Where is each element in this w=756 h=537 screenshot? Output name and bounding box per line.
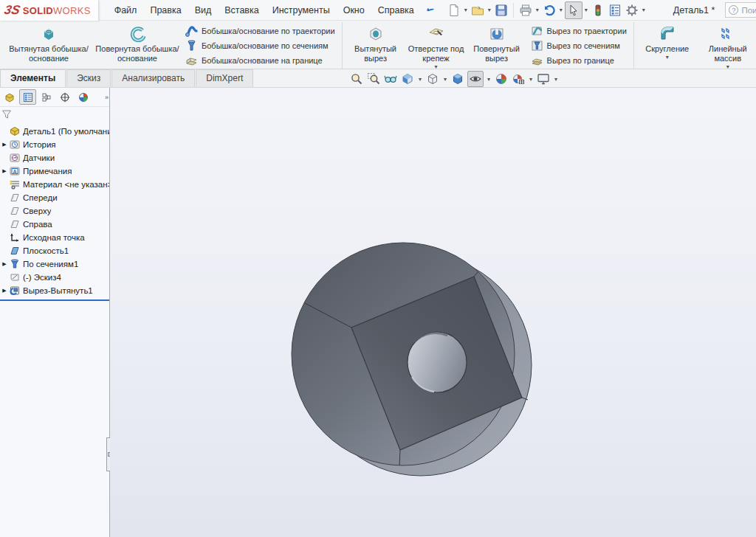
propertymanager-tab[interactable] (38, 89, 55, 105)
featuremanager-panel: » Деталь1 (По умолчанию<<П ▶ История Дат… (0, 88, 110, 537)
displaymanager-tab[interactable] (75, 89, 92, 105)
boundary-cut-button[interactable]: Вырез по границе (529, 54, 629, 67)
tab-sketch[interactable]: Эскиз (66, 69, 111, 87)
tree-item-material[interactable]: Материал <не указан> (0, 178, 109, 191)
caret-down-icon[interactable]: ▾ (487, 76, 490, 83)
panel-expand-chevron-icon[interactable]: » (105, 94, 109, 101)
tree-item-origin[interactable]: Исходная точка (0, 231, 109, 244)
caret-down-icon[interactable]: ▾ (419, 76, 422, 83)
apply-scene-icon (512, 72, 525, 86)
caret-down-icon[interactable]: ▾ (435, 63, 438, 69)
fillet-button[interactable]: Скругление ▾ (639, 24, 696, 68)
caret-down-icon[interactable]: ▾ (642, 7, 645, 13)
open-file-button[interactable] (470, 2, 486, 18)
caret-down-icon[interactable]: ▾ (726, 63, 729, 69)
hide-show-items-button[interactable] (467, 71, 484, 87)
options-button[interactable] (624, 2, 640, 18)
boundary-boss-icon (185, 55, 198, 66)
part-3d-model[interactable] (110, 88, 756, 537)
menu-insert[interactable]: Вставка (219, 2, 264, 18)
swept-boss-button[interactable]: Бобышка/основание по траектории (183, 24, 337, 38)
view-orientation-button[interactable] (425, 72, 440, 86)
zoom-to-fit-button[interactable] (349, 72, 364, 86)
tree-item-right-plane[interactable]: Справа (0, 218, 109, 231)
zoom-to-area-button[interactable] (366, 72, 381, 86)
edit-appearance-icon (495, 72, 508, 86)
view-settings-button[interactable] (536, 72, 551, 86)
caret-down-icon[interactable]: ▾ (488, 7, 491, 13)
print-button[interactable] (518, 2, 534, 18)
tab-dimxpert[interactable]: DimXpert (196, 69, 253, 87)
lofted-cut-button[interactable]: Вырез по сечениям (529, 39, 629, 52)
rebuild-button[interactable] (590, 2, 606, 18)
fillet-icon (659, 26, 676, 42)
settings-gear-icon (625, 4, 639, 17)
section-view-button[interactable] (400, 72, 415, 86)
rollback-bar[interactable] (0, 299, 109, 301)
tree-item-front-plane[interactable]: Спереди (0, 191, 109, 204)
boundary-boss-button[interactable]: Бобышка/основание на границе (183, 54, 337, 67)
solidworks-logo: 3S SOLIDWORKS (0, 0, 98, 21)
caret-down-icon[interactable]: ▾ (560, 7, 563, 13)
menu-help[interactable]: Справка (372, 2, 420, 18)
caret-down-icon[interactable]: ▾ (529, 76, 532, 83)
configurationmanager-tab[interactable] (56, 89, 73, 105)
loft-icon (9, 259, 21, 269)
previous-view-button[interactable] (383, 72, 398, 86)
expand-arrow-icon[interactable]: ▶ (0, 168, 9, 174)
select-cursor-icon (567, 4, 580, 17)
revolved-cut-button[interactable]: Повернутый вырез (468, 24, 526, 68)
new-file-button[interactable] (446, 2, 462, 18)
tree-item-history[interactable]: ▶ История (0, 138, 109, 151)
caret-down-icon[interactable]: ▾ (666, 54, 669, 60)
revolved-boss-button[interactable]: Повернутая бобышка/основание (94, 24, 180, 68)
tree-item-sketch4[interactable]: (-) Эскиз4 (0, 271, 109, 284)
display-style-button[interactable] (450, 72, 465, 86)
undo-button[interactable] (541, 2, 557, 18)
expand-arrow-icon[interactable]: ▶ (0, 288, 9, 294)
options-list-icon (608, 4, 622, 17)
tree-item-top-plane[interactable]: Сверху (0, 204, 109, 218)
tree-item-loft1[interactable]: ▶ По сечениям1 (0, 257, 109, 271)
zoom-to-fit-icon (350, 72, 363, 86)
menu-window[interactable]: Окно (337, 2, 371, 18)
expand-arrow-icon[interactable]: ▶ (0, 261, 9, 267)
tree-item-annotations[interactable]: ▶ A Примечания (0, 164, 109, 178)
apply-scene-button[interactable] (511, 72, 526, 86)
tree-item-part-root[interactable]: Деталь1 (По умолчанию<<П (0, 125, 109, 138)
menu-view[interactable]: Вид (189, 2, 218, 18)
caret-down-icon[interactable]: ▾ (585, 7, 588, 13)
filter-funnel-icon[interactable] (1, 109, 12, 119)
extruded-boss-button[interactable]: Вытянутая бобышка/основание (6, 24, 92, 68)
edit-appearance-button[interactable] (494, 72, 509, 86)
ds-logo-icon: 3S (3, 3, 21, 18)
save-button[interactable] (493, 2, 509, 18)
tree-item-cut-extrude1[interactable]: ▶ Вырез-Вытянуть1 (0, 284, 109, 297)
tab-features[interactable]: Элементы (0, 69, 66, 87)
hole-wizard-button[interactable]: Отверстие под крепеж ▾ (408, 24, 465, 68)
featuremanager-tree-tab[interactable] (19, 89, 36, 105)
tree-item-plane1[interactable]: Плоскость1 (0, 244, 109, 257)
pin-menu-icon[interactable]: ✔ (423, 3, 436, 17)
select-tool-button[interactable] (565, 1, 583, 19)
plane-solid-icon (9, 246, 21, 256)
caret-down-icon[interactable]: ▾ (554, 76, 557, 83)
title-bar: 3S SOLIDWORKS Файл Правка Вид Вставка Ин… (0, 0, 756, 21)
search-input[interactable] (738, 6, 756, 15)
flyout-part-icon (1, 89, 18, 105)
swept-cut-button[interactable]: Вырез по траектории (529, 24, 629, 38)
tab-evaluate[interactable]: Анализировать (111, 69, 195, 87)
lofted-boss-button[interactable]: Бобышка/основание по сечениям (183, 39, 337, 52)
tree-item-sensors[interactable]: Датчики (0, 151, 109, 164)
graphics-area[interactable] (110, 88, 756, 537)
linear-pattern-button[interactable]: Линейный массив ▾ (699, 24, 756, 68)
expand-arrow-icon[interactable]: ▶ (0, 142, 9, 148)
caret-down-icon[interactable]: ▾ (444, 76, 447, 83)
menu-file[interactable]: Файл (109, 2, 143, 18)
extruded-cut-button[interactable]: Вытянутый вырез (347, 24, 405, 68)
menu-edit[interactable]: Правка (144, 2, 187, 18)
caret-down-icon[interactable]: ▾ (536, 7, 539, 13)
file-properties-button[interactable] (607, 2, 623, 18)
menu-tools[interactable]: Инструменты (267, 2, 336, 18)
caret-down-icon[interactable]: ▾ (464, 7, 467, 13)
